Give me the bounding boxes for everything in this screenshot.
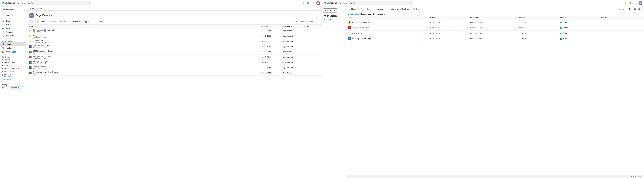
col-activity-label: Activity (304, 25, 309, 27)
avatar-right[interactable]: LB (638, 1, 642, 5)
sidebar-media-label: Media (6, 51, 10, 53)
our-files-link[interactable]: Our files (322, 18, 346, 21)
sort-label: Sort (620, 8, 624, 10)
table-row[interactable]: X QT300 Accessories Specs Olga Dalecka's… (26, 49, 322, 54)
qa-project-sphere[interactable]: Project Sphere (0, 61, 26, 64)
col-name-right-header[interactable]: Name ⌄ (348, 17, 430, 19)
mp4-icon: ▶ (348, 37, 351, 40)
filter-excel[interactable]: X Excel (58, 20, 67, 23)
star-icon[interactable]: ★ (32, 40, 34, 42)
sidebar-item-meetings[interactable]: 📅 Meetings (0, 46, 26, 50)
breadcrumb-root[interactable]: Olga Dalecka (348, 13, 359, 15)
col-sharing-header[interactable]: Sharing ⌄ (560, 17, 601, 19)
share-btn[interactable]: ↗ Share (348, 7, 357, 11)
table-row[interactable]: 📁 Documents Olga Dalecka's Files Sep 9, … (26, 33, 322, 39)
sidebar-item-home[interactable]: 🏠 Home (0, 19, 26, 23)
sidebar-item-media[interactable]: 🖼️ Media NEW (0, 50, 26, 53)
edit-breadcrumb-icon[interactable]: ✏️ (386, 13, 388, 15)
row-name-text-wrap: Extracurricular_Activities_Document Olga… (32, 71, 60, 75)
col-name-header[interactable]: Name ⌄ (29, 25, 262, 27)
table-row[interactable]: X Financial Reporting Olga Dalecka's Fil… (26, 65, 322, 70)
filter-word[interactable]: W Word (47, 20, 57, 23)
sharing-label: Shared (563, 27, 568, 29)
settings-icon-btn-right[interactable]: ⚙️ (628, 1, 632, 5)
col-sharedby-header[interactable]: Shared by ⌄ (282, 25, 304, 27)
row-shared-by: Olga Dalecka (282, 35, 304, 37)
contoso-logos-dot (2, 68, 4, 69)
view-btn[interactable]: ☰ (628, 7, 632, 11)
person-avatar: OD (29, 13, 34, 18)
add-shortcut-btn[interactable]: ➕ Add shortcut to OneDrive (386, 7, 410, 11)
sidebar-item-people[interactable]: 👤 People (0, 42, 26, 46)
table-row[interactable]: 📄 Test txt file.txt 15 minutes ago Lesha… (346, 31, 644, 36)
sync-btn[interactable]: 🔄 Sync (412, 7, 421, 11)
table-row[interactable]: W QT4000 Release Guide Olga Dalecka's Fi… (26, 44, 322, 49)
table-row[interactable]: P Diversity-Inclusion_stats Olga Dalecka… (26, 54, 322, 60)
filter-powerpoint[interactable]: P PowerPoint (68, 20, 82, 23)
search-box-right[interactable]: 🔍 Search (348, 1, 412, 5)
row-file-name: QT4000 Release Guide (32, 45, 50, 47)
table-row[interactable]: W Extracurricular_Activities_Document Ol… (26, 70, 322, 75)
sidebar-item-myfiles[interactable]: 📄 My files (0, 23, 26, 27)
row-file-name: Documents (32, 34, 46, 36)
help-icon-btn-right[interactable]: ❓ (634, 1, 637, 5)
filter-folder[interactable]: 📁 Folder (35, 20, 46, 23)
search-icon-right: 🔍 (350, 2, 352, 4)
qa-contoso-company[interactable]: Contoso Assets – Compan... (0, 73, 26, 77)
filter-search-input[interactable] (293, 20, 319, 23)
filter-more[interactable]: ⋯ More (94, 20, 104, 23)
help-icon-btn-left[interactable]: ❓ (311, 1, 315, 5)
table-row[interactable]: 📕 Project Moonshot 2.pdf 15 minutes ago … (346, 25, 644, 31)
quick-access-label: Quick access (0, 55, 26, 58)
txt-icon: 📄 (348, 32, 351, 35)
back-bar[interactable]: ‹ Back to People (26, 6, 322, 11)
sort-btn[interactable]: ↕ Sort ⌄ (618, 7, 627, 11)
col-modifiedby-header[interactable]: Modified By ⌄ (470, 17, 519, 19)
details-btn[interactable]: ℹ Details (633, 7, 642, 11)
table-row[interactable]: W Giving_Program_flyer Olga Dalecka's Fi… (26, 60, 322, 65)
storage-bar (2, 86, 24, 87)
app-logo-icon (2, 2, 4, 4)
right-file-name: Test txt file.txt (352, 32, 362, 34)
notification-icon-btn[interactable]: 🔔 (624, 1, 627, 5)
row-more-btn[interactable]: ··· (374, 21, 377, 24)
avatar-left[interactable]: LB (316, 1, 320, 5)
app-name-right: RELECLOUD (326, 2, 337, 4)
table-row[interactable]: ▶ TZ empty state error.mp4 16 minutes ag… (346, 36, 644, 41)
filter-pdf[interactable]: 📕 PDF (83, 20, 93, 23)
right-file-name: ipad mocks compressed.zip (352, 22, 373, 23)
row-date: Sep 9, 2022 (262, 35, 282, 37)
sidebar-item-favorites[interactable]: ⭐ Favorites (0, 30, 26, 34)
row-name-text-wrap: QT4000 Release Guide Olga Dalecka's File… (32, 45, 50, 48)
col-modifiedby-label: Modified By (470, 17, 479, 19)
settings-icon-btn-left[interactable]: ⚙️ (306, 1, 310, 5)
add-new-btn-left[interactable]: + + Add new (2, 13, 16, 17)
row-star-btn[interactable]: ☆ (381, 21, 384, 24)
sidebar-favorites-label: Favorites (6, 31, 12, 33)
search-box-left[interactable]: 🔍 Search (26, 1, 90, 5)
right-file-table-header: Name ⌄ Modified ⌄ Modified By ⌄ File siz… (346, 16, 644, 20)
more-places-label: More places... (2, 78, 12, 80)
filter-all[interactable]: All (29, 20, 34, 23)
qa-contoso-assets[interactable]: Contoso Assets (0, 70, 26, 73)
sidebar-item-recycle[interactable]: 🗑️ Recycle bin (0, 34, 26, 38)
add-new-btn-right[interactable]: + + Add new (323, 9, 337, 13)
row-open-btn[interactable]: ↗ (378, 21, 380, 24)
qa-contoso[interactable]: Contoso (0, 58, 26, 61)
col-filesize-header[interactable]: File size ⌄ (520, 17, 560, 19)
col-date-header[interactable]: Date shared ⌃ (262, 25, 282, 27)
more-places-link[interactable]: More places... (0, 77, 26, 81)
qa-contoso-assets-logos[interactable]: Contoso Assets – Logos (0, 67, 26, 70)
sidebar-item-shared[interactable]: 👥 Shared (0, 27, 26, 30)
link-icon-btn[interactable]: 🔗 (302, 1, 305, 5)
copy-link-btn[interactable]: 🔗 Copy link (358, 7, 371, 11)
folder-filter-icon: 📁 (37, 21, 39, 23)
download-btn[interactable]: ⬇ Download (372, 7, 384, 11)
table-row[interactable]: 🗜 ipad mocks compressed.zip ··· ↗ ☆ 14 m… (346, 20, 644, 25)
qa-contoso-logos-label: Contoso Assets – Logos (4, 67, 21, 69)
col-modified-header[interactable]: Modified ⌄ (430, 17, 470, 19)
table-row[interactable]: 📁 ★ Planning CY23 Olga Dalecka's Files S… (26, 39, 322, 44)
shared-badge: 👥 Shared (560, 21, 601, 23)
qa-sales[interactable]: Sales (0, 64, 26, 67)
table-row[interactable]: 📁 Research and Development Olga Dalecka'… (26, 28, 322, 33)
